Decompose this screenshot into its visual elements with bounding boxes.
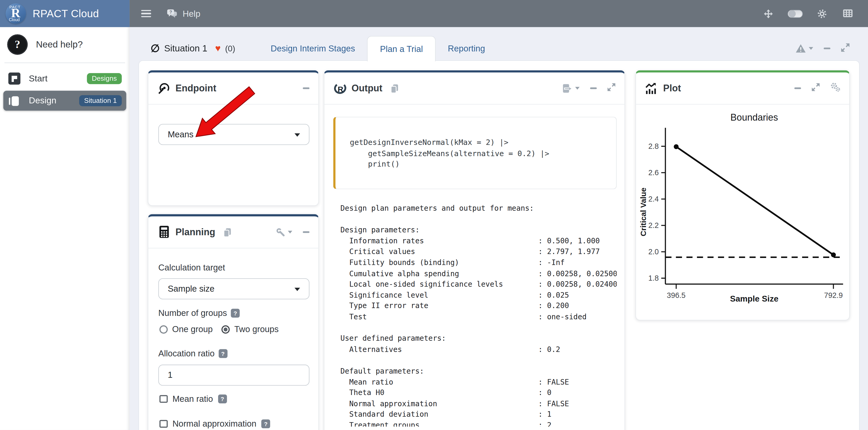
expand-icon[interactable] [607, 83, 616, 94]
output-card-title: Output [351, 83, 382, 94]
r-console-output: Design plan parameters and output for me… [340, 203, 617, 427]
help-question-badge[interactable]: ? [218, 349, 227, 358]
help-bubbles-icon: ? [165, 7, 179, 20]
svg-text:R: R [338, 85, 343, 93]
expand-icon[interactable] [841, 43, 850, 54]
situation-tab-group[interactable]: ∅ Situation 1 ♥ (0) [138, 36, 235, 61]
sidebar-menu: Start Designs Design Situation 1 [0, 69, 130, 111]
toggle-knob [789, 10, 795, 17]
sidebar-item-design[interactable]: Design Situation 1 [3, 91, 126, 111]
brand-title: RPACT Cloud [33, 7, 99, 20]
caret-down-icon [809, 47, 813, 50]
sidebar-item-label: Design [29, 96, 56, 106]
dark-mode-toggle[interactable] [788, 10, 803, 18]
planning-card: Planning [148, 214, 319, 430]
situation-label: Situation 1 [164, 43, 207, 54]
allocation-ratio-label: Allocation ratio ? [158, 349, 227, 359]
endpoint-target-icon [157, 82, 170, 95]
theme-sun-icon[interactable] [815, 7, 829, 20]
caret-down-icon [288, 231, 292, 234]
annotation-arrow [192, 86, 258, 141]
need-help-label: Need help? [36, 39, 83, 49]
svg-text:2.2: 2.2 [648, 221, 659, 230]
svg-text:2.8: 2.8 [648, 142, 659, 151]
warnings-dropdown[interactable] [795, 43, 813, 53]
sidebar-toggle-icon[interactable] [141, 10, 151, 18]
designs-badge: Designs [87, 73, 122, 84]
calculation-target-label: Calculation target [158, 263, 225, 273]
collapse-icon[interactable] [590, 88, 597, 89]
collapse-icon[interactable] [303, 231, 309, 233]
copy-icon[interactable] [222, 227, 232, 237]
fullscreen-icon[interactable] [762, 7, 775, 20]
radio-one-group[interactable] [159, 325, 168, 333]
chevron-down-icon [294, 288, 300, 291]
plot-settings-gears-icon[interactable] [830, 82, 840, 94]
radio-two-groups[interactable] [221, 325, 230, 333]
wrench-icon [276, 228, 285, 236]
app-window: ? Help [0, 0, 868, 430]
help-question-badge[interactable]: ? [261, 419, 270, 428]
rpact-logo: PACT R Cloud [5, 3, 26, 24]
calculation-target-select[interactable]: Sample size [158, 278, 310, 299]
boundaries-chart: 1.82.02.22.42.62.8396.5792.9 [636, 107, 850, 323]
sidebar-item-label: Start [29, 74, 48, 84]
warning-triangle-icon [795, 43, 806, 53]
collapse-icon[interactable] [303, 88, 309, 89]
normal-approximation-row: Normal approximation ? [159, 419, 270, 429]
tab-plan-a-trial[interactable]: Plan a Trial [367, 36, 436, 61]
planning-card-title: Planning [176, 227, 215, 238]
help-button[interactable]: ? Help [165, 7, 200, 20]
export-dropdown[interactable] [562, 83, 580, 93]
planning-card-header: Planning [148, 217, 318, 249]
checkbox-label: Mean ratio [173, 394, 213, 404]
apps-grid-icon[interactable] [841, 7, 855, 20]
r-code: getDesignInverseNormal(kMax = 2) |> getS… [335, 117, 616, 177]
svg-text:2.0: 2.0 [648, 247, 659, 256]
normal-approximation-checkbox[interactable] [159, 420, 167, 428]
output-card-header: R Output [324, 73, 625, 105]
svg-text:2.4: 2.4 [648, 195, 659, 203]
help-question-badge[interactable]: ? [231, 309, 240, 318]
chalk-question-icon: ? [7, 34, 28, 55]
mean-ratio-checkbox[interactable] [159, 395, 167, 403]
groups-radio-row: One group Two groups [159, 324, 278, 334]
sidebar-divider [4, 62, 125, 63]
chart-x-axis-label: Sample Size [665, 294, 843, 303]
plot-card: Plot [636, 70, 850, 320]
help-question-badge[interactable]: ? [218, 395, 227, 403]
expand-icon[interactable] [812, 83, 820, 94]
r-code-block: getDesignInverseNormal(kMax = 2) |> getS… [333, 117, 617, 189]
radio-label: One group [172, 324, 213, 334]
collapse-icon[interactable] [794, 88, 801, 89]
caret-down-icon [575, 87, 580, 90]
navbar-actions [762, 7, 855, 20]
sidebar-item-start[interactable]: Start Designs [3, 69, 126, 89]
collapse-icon[interactable] [824, 48, 830, 49]
tab-reporting[interactable]: Reporting [436, 36, 497, 61]
allocation-ratio-input[interactable]: 1 [158, 365, 310, 386]
brand: PACT R Cloud RPACT Cloud [0, 0, 130, 27]
need-help-button[interactable]: ? Need help? [0, 27, 130, 61]
checkbox-label: Normal approximation [173, 419, 256, 429]
file-export-icon [562, 83, 572, 93]
settings-wrench-dropdown[interactable] [276, 228, 292, 236]
heart-icon: ♥ [215, 43, 220, 54]
tab-design-interim-stages[interactable]: Design Interim Stages [258, 36, 367, 61]
output-card: R Output [324, 70, 625, 430]
top-navbar: ? Help [130, 0, 868, 27]
main-content: ∅ Situation 1 ♥ (0) Design Interim Stage… [130, 27, 868, 430]
svg-text:2.6: 2.6 [648, 168, 659, 177]
favorites-count: (0) [225, 43, 235, 53]
chart-icon [645, 82, 658, 95]
tab-strip-tools [795, 36, 860, 61]
plot-card-header: Plot [636, 73, 849, 105]
radio-label: Two groups [234, 324, 279, 334]
design-icon [8, 94, 21, 107]
start-icon [8, 72, 21, 86]
calculation-target-value: Sample size [168, 284, 214, 294]
copy-icon[interactable] [390, 83, 399, 93]
help-label: Help [183, 9, 200, 19]
endpoint-select-value: Means [168, 130, 193, 139]
situation-badge: Situation 1 [79, 95, 122, 106]
